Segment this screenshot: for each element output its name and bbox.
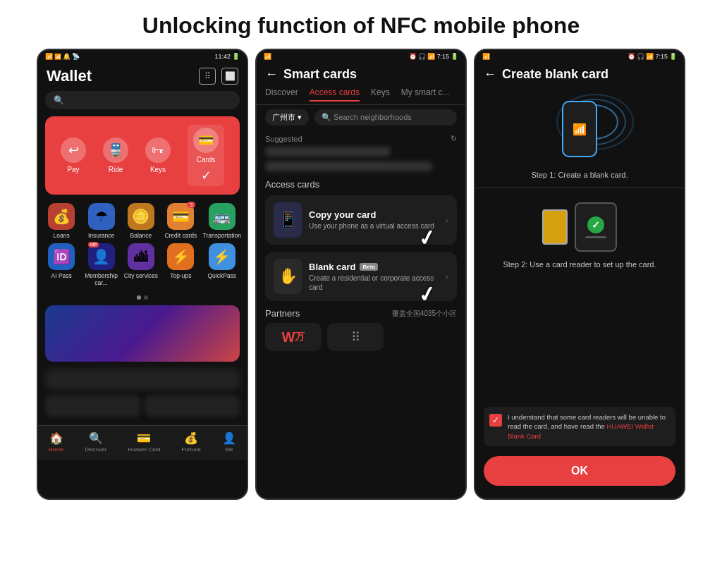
step2-section: ✓ Step 2: Use a card reader to set up th…: [475, 191, 684, 274]
location-button[interactable]: 广州市 ▾: [265, 109, 309, 125]
app-membership[interactable]: 👤VIP Membership car...: [83, 243, 118, 286]
tab-access-cards[interactable]: Access cards: [310, 87, 360, 102]
nav-discover[interactable]: 🔍 Discover: [85, 431, 106, 453]
app-transport[interactable]: 🚌 Transportation: [203, 203, 242, 239]
refresh-icon[interactable]: ↻: [451, 134, 457, 143]
app-credit-cards[interactable]: 💳3 Credit cards: [163, 203, 198, 239]
vip-badge: VIP: [88, 242, 99, 247]
card-shape-yellow: [542, 209, 568, 245]
wifi-signal-icon: 📶: [573, 123, 587, 136]
app-city[interactable]: 🏙 City services: [123, 243, 159, 286]
quick-actions: ↩ Pay 🚆 Ride 🗝 Keys 💳 Cards ✓: [45, 116, 240, 195]
app-loans[interactable]: 💰 Loans: [44, 203, 79, 239]
huawei-card-icon: 💳: [137, 431, 151, 445]
cards-group: [542, 209, 568, 245]
qa-ride-label: Ride: [109, 166, 123, 173]
suggested-row-1: [265, 147, 391, 157]
card-preview[interactable]: [45, 305, 240, 362]
status-left-2: 📶: [264, 53, 271, 60]
app-aipass-label: AI Pass: [51, 272, 72, 279]
partner-2[interactable]: ⠿: [327, 323, 384, 351]
tab-my-smart[interactable]: My smart c...: [401, 87, 450, 102]
consent-checkbox[interactable]: ✓: [489, 414, 502, 427]
tab-discover[interactable]: Discover: [265, 87, 298, 102]
p2-wifi: 📶: [427, 53, 435, 60]
p3-bt: 🎧: [637, 53, 644, 60]
qa-ride[interactable]: 🚆 Ride: [103, 137, 128, 173]
app-aipass[interactable]: 🆔 AI Pass: [44, 243, 79, 286]
copy-card-icon: 📱: [274, 202, 302, 238]
p2-signal: 📶: [264, 53, 271, 60]
nav-huawei-label: Huawei Card: [128, 446, 160, 453]
app-membership-icon: 👤VIP: [88, 243, 115, 270]
app-topups-label: Top-ups: [170, 272, 191, 279]
back-button-3[interactable]: ←: [484, 67, 496, 82]
qr-icon[interactable]: ⠿: [199, 68, 216, 85]
tab-keys[interactable]: Keys: [371, 87, 390, 102]
wallet-search[interactable]: 🔍: [45, 91, 240, 109]
nav-huawei-card[interactable]: 💳 Huawei Card: [128, 431, 160, 453]
partners-row: W 万 ⠿: [257, 320, 465, 354]
back-button-2[interactable]: ←: [265, 67, 278, 82]
wallet-header-icons: ⠿ ⬜: [199, 68, 238, 85]
ok-button[interactable]: OK: [484, 456, 675, 486]
app-transport-label: Transportation: [203, 232, 242, 239]
status-bar-1: 📶 📶 🔔 📡 11:42 🔋: [38, 50, 247, 63]
phones-container: 📶 📶 🔔 📡 11:42 🔋 Wallet ⠿ ⬜ 🔍: [23, 49, 699, 514]
qa-cards-icon: 💳: [193, 128, 219, 153]
notification-icon: 🔔: [63, 53, 71, 60]
blank-card-chevron: ›: [445, 271, 448, 282]
neighborhood-search[interactable]: 🔍 Search neighborhoods: [314, 109, 457, 125]
status-right-2: ⏰ 🎧 📶 7:15 🔋: [409, 53, 458, 60]
partners-label: Partners: [265, 308, 300, 319]
spacer: [475, 274, 684, 403]
nav-me[interactable]: 👤 Me: [222, 431, 236, 453]
app-transport-icon: 🚌: [209, 203, 235, 230]
status-bar-3: 📶 ⏰ 🎧 📶 7:15 🔋: [475, 50, 684, 63]
copy-card-title: Copy your card: [309, 209, 438, 220]
p2-alarm: ⏰: [409, 53, 417, 60]
blank-card-icon: ✋: [274, 259, 302, 294]
wallet-header: Wallet ⠿ ⬜: [38, 63, 247, 88]
nav-fortune-label: Fortune: [182, 446, 202, 453]
step1-section: 📶 Step 1: Create a blank card.: [475, 85, 684, 185]
app-balance-label: Balance: [130, 232, 152, 239]
success-check: ✓: [587, 216, 604, 233]
qa-cards-label: Cards: [197, 156, 216, 164]
search-icon: 🔍: [54, 95, 64, 105]
app-insurance-icon: ☂: [88, 203, 115, 230]
app-insurance-label: Insurance: [88, 232, 114, 239]
app-topups-icon: ⚡: [167, 243, 194, 270]
create-blank-header: ← Create blank card: [475, 63, 684, 85]
p2-time: 7:15: [436, 53, 449, 60]
app-balance[interactable]: 🪙 Balance: [123, 203, 159, 239]
app-topups[interactable]: ⚡ Top-ups: [163, 243, 198, 286]
status-bar-2: 📶 ⏰ 🎧 📶 7:15 🔋: [257, 50, 465, 63]
partners-count: 覆盖全国4035个小区: [392, 309, 457, 319]
nav-fortune[interactable]: 💰 Fortune: [182, 431, 202, 453]
smartcards-header: ← Smart cards: [257, 63, 465, 85]
step2-illustration: ✓: [542, 197, 617, 257]
step2-label: Step 2: Use a card reader to set up the …: [503, 260, 656, 269]
qa-pay[interactable]: ↩ Pay: [61, 137, 86, 173]
nfc-phone-shape: 📶: [562, 101, 597, 157]
me-icon: 👤: [222, 431, 236, 445]
wifi-icon: 📡: [72, 53, 80, 60]
nav-home[interactable]: 🏠 Home: [49, 431, 63, 453]
scan-icon[interactable]: ⬜: [221, 68, 238, 85]
apps-grid: 💰 Loans ☂ Insurance 🪙 Balance 💳3 Credit …: [38, 197, 247, 293]
qa-cards[interactable]: 💳 Cards ✓: [188, 125, 224, 186]
copy-card-item[interactable]: 📱 Copy your card Use your phone as a vir…: [265, 195, 457, 245]
app-insurance[interactable]: ☂ Insurance: [83, 203, 118, 239]
blank-card-item[interactable]: ✋ Blank card Beta Create a residential o…: [265, 252, 457, 301]
p3-alarm: ⏰: [628, 53, 635, 60]
copy-card-chevron: ›: [445, 214, 448, 226]
smartcards-title: Smart cards: [283, 67, 357, 82]
partner-1[interactable]: W 万: [265, 323, 322, 351]
blurred-box-2: [145, 396, 240, 417]
app-city-icon: 🏙: [128, 243, 154, 270]
dot-1: [137, 295, 141, 300]
app-quickpass[interactable]: ⚡ QuickPass: [203, 243, 242, 286]
qa-keys[interactable]: 🗝 Keys: [145, 137, 171, 173]
app-quickpass-icon: ⚡: [209, 243, 235, 270]
